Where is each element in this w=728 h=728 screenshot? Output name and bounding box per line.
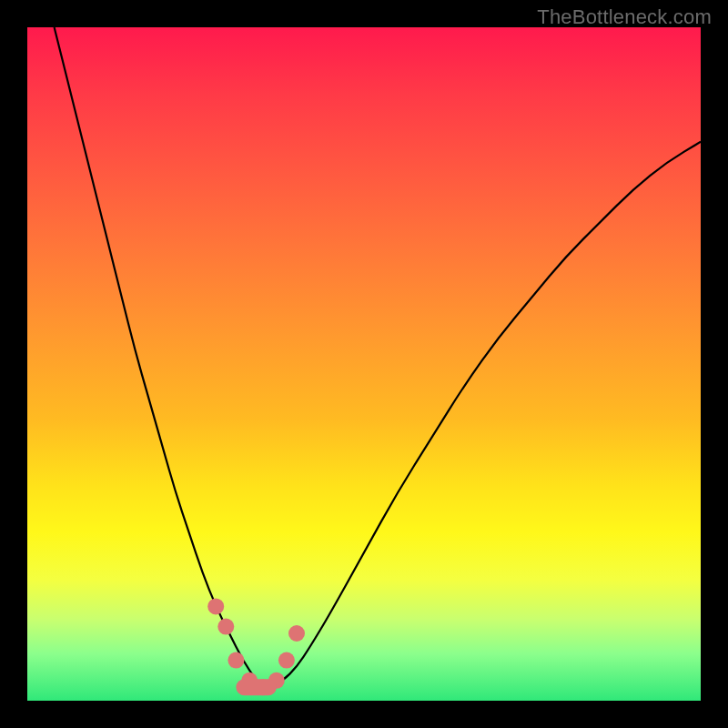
marker-dot (207, 598, 224, 614)
bottleneck-curve (55, 27, 701, 687)
chart-svg (27, 27, 701, 701)
curve-group (55, 27, 701, 687)
watermark-text: TheBottleneck.com (537, 5, 712, 29)
marker-bar (236, 679, 276, 695)
marker-dot (278, 652, 295, 669)
marker-dot (217, 619, 234, 635)
marker-dot (288, 625, 305, 642)
outer-frame: TheBottleneck.com (0, 0, 728, 728)
marker-group (207, 598, 305, 695)
plot-area (27, 27, 701, 701)
marker-dot (228, 652, 244, 669)
